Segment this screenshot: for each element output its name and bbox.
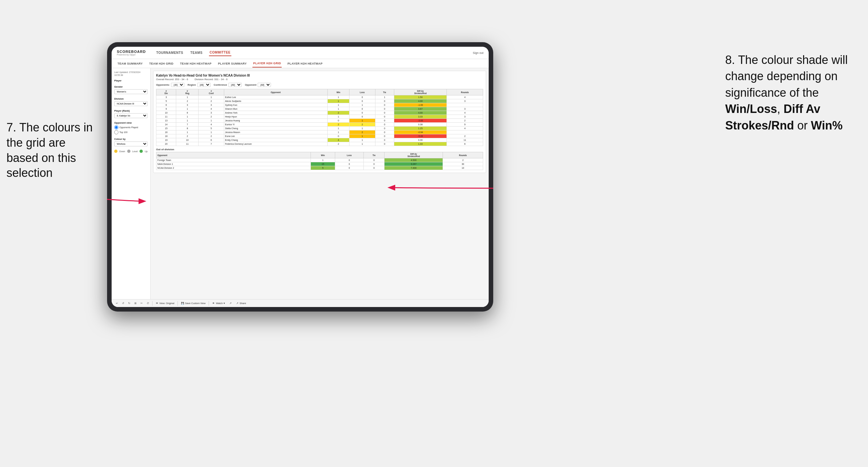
- subnav-player-summary[interactable]: PLAYER SUMMARY: [217, 60, 248, 67]
- copy-btn[interactable]: ⊞: [133, 302, 137, 305]
- share-icon: ↗: [236, 302, 239, 305]
- clock-btn[interactable]: ⏱: [146, 302, 150, 305]
- cell-win: 1: [328, 99, 349, 103]
- cell-rounds: 6: [447, 142, 483, 146]
- cell-opponent: Jessica Huang: [224, 119, 328, 123]
- cell-opponent: Eunice Yi: [224, 123, 328, 127]
- conference-select[interactable]: (All): [228, 83, 242, 87]
- cell-diff: 1.33: [394, 142, 446, 146]
- legend-up-dot: [140, 150, 143, 153]
- cell-conf: 3: [198, 103, 224, 107]
- cell-div: 13: [156, 119, 176, 123]
- cell-reg: 2: [176, 99, 198, 103]
- divider-2: [178, 301, 178, 306]
- radio-top-100[interactable]: Top 100: [114, 130, 148, 134]
- col-div: #Div: [156, 89, 176, 95]
- cell-opponent: Esther Lee: [224, 95, 328, 99]
- division-select[interactable]: NCAA Division III: [114, 101, 148, 106]
- ood-col-rounds: Rounds: [443, 152, 483, 158]
- cell-diff: 3.33: [394, 115, 446, 119]
- filter-region: Region (All): [188, 83, 210, 87]
- player-rank-select[interactable]: 8. Katelyn Vo: [114, 113, 148, 118]
- sidebar-division: Division NCAA Division III: [114, 97, 148, 106]
- cell-tie: 0: [375, 103, 394, 107]
- cell-tie: 0: [375, 115, 394, 119]
- table-row: 6 3 3 Sydney Kuo 1 1 0 -1.00: [156, 103, 483, 107]
- cell-diff: 0.30: [394, 138, 446, 142]
- opponent-select[interactable]: (All): [258, 83, 271, 87]
- legend-level-label: Level: [132, 150, 138, 153]
- cell-div: 18: [156, 134, 176, 138]
- cell-diff: 1.50: [394, 95, 446, 99]
- subnav-team-h2h-heatmap[interactable]: TEAM H2H HEATMAP: [180, 60, 212, 67]
- watch-btn[interactable]: 👁 Watch ▾: [211, 302, 226, 305]
- table-row: 9 1 4 Sharon Mun 1 0 0 3.67 3: [156, 107, 483, 111]
- cell-conf: 1: [198, 95, 224, 99]
- nav-committee[interactable]: COMMITTEE: [209, 49, 231, 56]
- cell-win: 2: [328, 111, 349, 115]
- cell-loss: 0: [349, 95, 375, 99]
- export-btn[interactable]: ↗: [228, 302, 233, 305]
- region-select[interactable]: (All): [197, 83, 211, 87]
- sidebar-gender: Gender Women's: [114, 85, 148, 94]
- cell-loss: 0: [349, 111, 375, 115]
- colour-by-select[interactable]: Win/loss: [114, 142, 148, 146]
- share-label: Share: [240, 302, 246, 305]
- redo-right-btn[interactable]: ↻: [127, 302, 131, 305]
- subnav-team-h2h-grid[interactable]: TEAM H2H GRID: [149, 60, 174, 67]
- cell-conf: 1: [198, 119, 224, 123]
- filter-conference: Conference (All): [214, 83, 242, 87]
- main-content: Last Updated: 27/03/2024 16:55:38 Player…: [112, 68, 489, 299]
- cell-opponent: Alexis Sudjianto: [224, 99, 328, 103]
- cell-tie: 0: [375, 99, 394, 103]
- annotation-left: 7. The colours in the grid are based on …: [6, 120, 97, 181]
- cell-win: 4: [328, 138, 349, 142]
- export-icon: ↗: [229, 302, 232, 305]
- ood-cell-loss: 0: [335, 158, 364, 162]
- table-row: 3 1 1 Esther Lee 1 0 1 1.50 4: [156, 95, 483, 99]
- save-custom-btn[interactable]: 💾 Save Custom View: [180, 302, 207, 305]
- cell-reg: 3: [176, 103, 198, 107]
- undo-btn[interactable]: ↩: [115, 302, 119, 305]
- cell-loss: 0: [349, 115, 375, 119]
- col-tie: Tie: [375, 89, 394, 95]
- cell-reg: 10: [176, 138, 198, 142]
- cell-rounds: 3: [447, 115, 483, 119]
- ood-cell-tie: 0: [364, 166, 384, 170]
- cell-diff: -5.00: [394, 134, 446, 138]
- cell-win: 1: [328, 95, 349, 99]
- cut-btn[interactable]: ✂: [140, 302, 144, 305]
- nav-teams[interactable]: TEAMS: [190, 50, 204, 56]
- cell-reg: 1: [176, 115, 198, 119]
- cell-rounds: [447, 130, 483, 134]
- radio-opponents-played[interactable]: Opponents Played: [114, 125, 148, 129]
- cell-reg: 7: [176, 123, 198, 127]
- subnav-team-summary[interactable]: TEAM SUMMARY: [117, 60, 144, 67]
- subnav-player-h2h-heatmap[interactable]: PLAYER H2H HEATMAP: [287, 60, 323, 67]
- filter-opponents: Opponents: (All): [156, 83, 184, 87]
- redo-left-btn[interactable]: ↺: [121, 302, 125, 305]
- cell-rounds: 2: [447, 119, 483, 123]
- save-custom-label: Save Custom View: [185, 302, 206, 305]
- ood-cell-opponent: Foreign Team: [156, 158, 311, 162]
- view-original-btn[interactable]: 👁 View: Original: [154, 302, 176, 305]
- legend-level-dot: [127, 150, 130, 153]
- cell-conf: 7: [198, 142, 224, 146]
- sign-out-link[interactable]: Sign out: [473, 51, 484, 55]
- legend-down-label: Down: [119, 150, 125, 153]
- share-btn[interactable]: ↗ Share: [235, 302, 247, 305]
- player-rank-label: Player (Rank): [114, 110, 148, 112]
- nav-tournaments[interactable]: TOURNAMENTS: [155, 50, 184, 56]
- annotation-right: 8. The colour shade will change dependin…: [725, 52, 862, 134]
- cell-diff: -0.94: [394, 130, 446, 134]
- subnav-player-h2h-grid[interactable]: PLAYER H2H GRID: [252, 60, 282, 67]
- cell-opponent: Federica Domecq Lacroze: [224, 142, 328, 146]
- gender-select[interactable]: Women's: [114, 89, 148, 94]
- cell-win: 2: [328, 142, 349, 146]
- cell-tie: 0: [375, 142, 394, 146]
- opponents-select[interactable]: (All): [171, 83, 184, 87]
- cell-opponent: Stella Cheng: [224, 127, 328, 130]
- sidebar-player-label: Player: [114, 79, 148, 82]
- ood-cell-tie: 0: [364, 162, 384, 166]
- ood-cell-loss: 0: [335, 162, 364, 166]
